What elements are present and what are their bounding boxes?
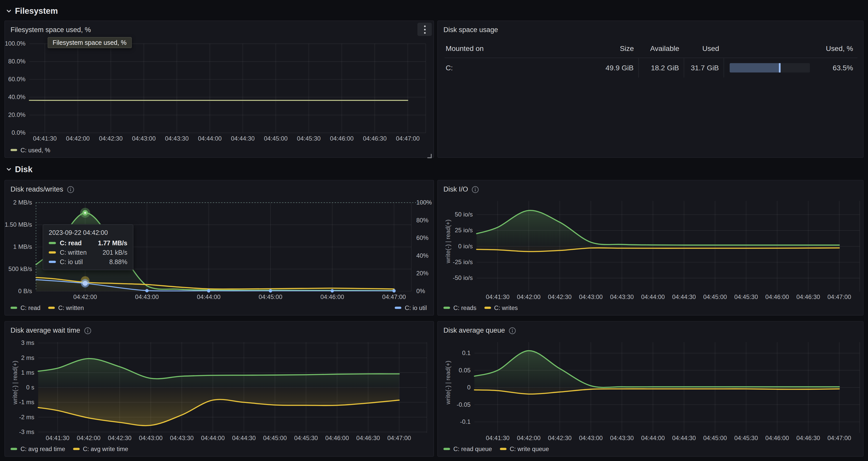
gauge-value-cap: [779, 63, 780, 72]
svg-text:20%: 20%: [416, 270, 428, 277]
table-header-row: Mounted on Size Available Used Used, %: [444, 41, 857, 58]
svg-text:04:47:00: 04:47:00: [388, 434, 411, 441]
tooltip-series-swatch: [49, 251, 56, 254]
chart-legend: C: used, %: [10, 147, 427, 153]
svg-text:2 MB/s: 2 MB/s: [13, 199, 32, 206]
column-header-used-pct[interactable]: Used, %: [815, 41, 858, 58]
svg-text:04:42:30: 04:42:30: [548, 294, 571, 300]
chart-legend: C: avg read timeC: avg write time: [10, 446, 427, 452]
svg-text:04:42:00: 04:42:00: [66, 135, 90, 142]
legend-item[interactable]: C: writes: [484, 304, 518, 311]
section-header-disk[interactable]: Disk: [6, 164, 33, 174]
chart-legend: C: read queueC: write queue: [443, 446, 856, 452]
cell-usage-gauge: [723, 58, 815, 78]
panel-title[interactable]: Disk space usage: [443, 26, 498, 34]
svg-text:04:47:00: 04:47:00: [828, 294, 851, 300]
legend-swatch: [10, 149, 17, 151]
svg-text:0.1: 0.1: [462, 349, 470, 356]
svg-text:04:46:00: 04:46:00: [765, 294, 789, 300]
svg-text:40%: 40%: [416, 252, 428, 259]
svg-text:04:46:00: 04:46:00: [330, 135, 353, 142]
legend-swatch: [500, 448, 506, 450]
svg-text:0.0%: 0.0%: [12, 129, 26, 136]
tooltip-row: C: written 201 kB/s: [49, 249, 127, 256]
svg-text:04:44:30: 04:44:30: [231, 135, 255, 142]
svg-text:04:47:00: 04:47:00: [396, 135, 420, 142]
legend-item[interactable]: C: read: [10, 304, 40, 311]
panel-resize-handle[interactable]: [427, 151, 432, 156]
section-title: Filesystem: [15, 6, 58, 16]
svg-text:-3 ms: -3 ms: [19, 428, 34, 435]
panel-disk-space-usage: Disk space usage Mounted on Size Availab…: [437, 20, 864, 158]
tooltip-series-swatch: [49, 260, 56, 263]
svg-text:04:47:00: 04:47:00: [828, 434, 851, 441]
svg-text:60%: 60%: [416, 234, 428, 241]
legend-label: C: read: [20, 304, 40, 311]
svg-text:04:43:30: 04:43:30: [610, 434, 634, 441]
timeseries-chart-disk-io[interactable]: -50 io/s-25 io/s0 io/s25 io/s50 io/s04:4…: [438, 181, 863, 315]
svg-text:04:43:00: 04:43:00: [132, 135, 156, 142]
svg-text:-25 io/s: -25 io/s: [453, 258, 473, 266]
legend-label: C: written: [58, 304, 84, 311]
svg-text:-1 ms: -1 ms: [19, 399, 34, 405]
svg-text:40.0%: 40.0%: [8, 93, 26, 100]
section-header-filesystem[interactable]: Filesystem: [6, 6, 58, 16]
svg-text:04:44:30: 04:44:30: [232, 434, 256, 441]
tooltip-timestamp: 2023-09-22 04:42:00: [49, 229, 127, 236]
tooltip-series-label: C: read: [60, 240, 94, 246]
svg-text:04:45:30: 04:45:30: [297, 135, 321, 142]
svg-text:04:41:30: 04:41:30: [46, 434, 69, 441]
svg-text:1 MB/s: 1 MB/s: [13, 243, 32, 250]
timeseries-chart-disk-queue[interactable]: -0.1-0.0500.050.104:41:3004:42:0004:42:3…: [438, 322, 863, 456]
legend-swatch: [443, 307, 450, 309]
svg-text:04:41:30: 04:41:30: [33, 135, 57, 142]
svg-text:04:44:00: 04:44:00: [197, 294, 221, 300]
column-header-used[interactable]: Used: [684, 41, 723, 58]
svg-text:0 s: 0 s: [26, 384, 34, 391]
kebab-icon: [424, 25, 426, 27]
legend-label: C: avg read time: [20, 446, 65, 452]
svg-text:04:45:30: 04:45:30: [734, 434, 758, 441]
svg-text:-0.05: -0.05: [457, 401, 470, 408]
legend-item[interactable]: C: io util: [395, 304, 427, 311]
legend-swatch: [48, 307, 55, 309]
svg-text:0: 0: [467, 384, 470, 391]
tooltip-row: C: io util 8.88%: [49, 258, 127, 265]
svg-text:0%: 0%: [416, 287, 425, 295]
section-title: Disk: [15, 164, 33, 174]
legend-item[interactable]: C: read queue: [443, 446, 492, 452]
svg-text:04:46:00: 04:46:00: [765, 434, 789, 441]
chevron-down-icon: [6, 166, 12, 173]
column-header-available[interactable]: Available: [638, 41, 684, 58]
legend-label: C: reads: [453, 304, 476, 311]
legend-item[interactable]: C: avg read time: [10, 446, 65, 452]
legend-swatch: [10, 448, 17, 450]
cell-used: 31.7 GiB: [684, 58, 723, 78]
panel-menu-button[interactable]: [417, 23, 432, 36]
svg-text:04:46:30: 04:46:30: [797, 294, 820, 300]
column-header-size[interactable]: Size: [593, 41, 638, 58]
tooltip-series-value: 8.88%: [109, 258, 127, 265]
panel-disk-io: Disk I/O write(-) | read(+) -50 io/s-25 …: [437, 180, 864, 315]
disk-space-table: Mounted on Size Available Used Used, % C…: [444, 41, 857, 78]
legend-item[interactable]: C: avg write time: [73, 446, 128, 452]
legend-item[interactable]: C: used, %: [10, 147, 50, 153]
column-header-mounted-on[interactable]: Mounted on: [444, 41, 593, 58]
svg-text:04:46:00: 04:46:00: [325, 434, 349, 441]
legend-item[interactable]: C: reads: [443, 304, 476, 311]
panel-disk-reads-writes: Disk reads/writes 0 B/s500 kB/s1 MB/s1.5…: [4, 180, 434, 315]
svg-text:80.0%: 80.0%: [8, 58, 26, 65]
legend-swatch: [395, 307, 401, 309]
svg-text:20.0%: 20.0%: [8, 111, 26, 118]
svg-text:04:47:00: 04:47:00: [382, 294, 406, 300]
timeseries-chart-disk-wait[interactable]: -3 ms-2 ms-1 ms0 s1 ms2 ms3 ms04:41:3004…: [5, 322, 433, 456]
svg-text:04:46:30: 04:46:30: [356, 434, 380, 441]
legend-swatch: [10, 307, 17, 309]
legend-item[interactable]: C: write queue: [500, 446, 549, 452]
svg-text:04:42:30: 04:42:30: [99, 135, 123, 142]
svg-text:04:44:30: 04:44:30: [672, 434, 696, 441]
svg-text:-2 ms: -2 ms: [19, 413, 34, 421]
legend-item[interactable]: C: written: [48, 304, 84, 311]
table-row: C: 49.9 GiB 18.2 GiB 31.7 GiB 63.5%: [444, 58, 857, 78]
svg-text:04:46:00: 04:46:00: [320, 294, 344, 300]
